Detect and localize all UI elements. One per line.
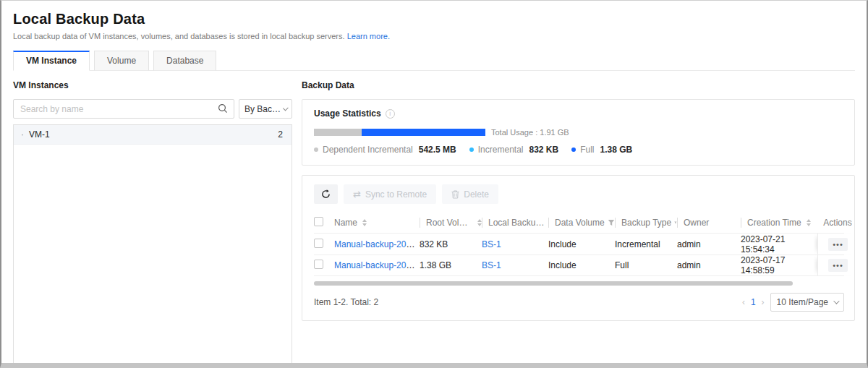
legend-label-dependent-incremental: Dependent Incremental [323, 145, 413, 155]
total-usage-label: Total Usage : 1.91 GB [491, 128, 569, 137]
page-size-value: 10 Item/Page [777, 297, 828, 307]
usage-bar-segment-full [362, 129, 485, 136]
usage-bar [314, 129, 485, 136]
sync-icon: ⇄ [353, 189, 361, 200]
sort-icon[interactable] [362, 219, 367, 226]
row-actions-button[interactable]: ••• [828, 238, 848, 251]
column-header-owner: Owner [677, 218, 741, 228]
sort-icon[interactable] [807, 219, 811, 226]
sync-to-remote-button[interactable]: ⇄ Sync to Remote [344, 184, 436, 204]
tab-bar: VM Instance Volume Database [13, 50, 855, 71]
legend-dot-full [571, 147, 576, 152]
root-volume-cell: 1.38 GB [420, 260, 482, 270]
data-volume-cell: Include [548, 239, 615, 249]
legend-label-full: Full [580, 145, 594, 155]
column-header-root-volume[interactable]: Root Volume B... [420, 218, 482, 228]
refresh-icon [321, 189, 331, 199]
backup-data-title: Backup Data [302, 80, 855, 90]
vm-instance-list: · VM-1 2 [13, 124, 292, 365]
sync-to-remote-label: Sync to Remote [365, 189, 427, 200]
owner-cell: admin [677, 260, 741, 270]
legend-value-dependent-incremental: 542.5 MB [419, 145, 456, 155]
table-header-row: Name Root Volume B... Local Backup Serve… [314, 213, 844, 233]
column-header-creation-time-label: Creation Time [747, 218, 801, 228]
column-header-local-backup-server-label: Local Backup Server [488, 218, 548, 228]
column-header-creation-time[interactable]: Creation Time [741, 218, 817, 228]
total-usage-text: Total Usage : [491, 128, 537, 137]
root-volume-cell: 832 KB [420, 239, 482, 249]
vm-instances-title: VM Instances [13, 80, 292, 90]
vm-item-bullet: · [21, 129, 24, 140]
backup-data-panel: Backup Data Usage Statistics i Tota [302, 80, 855, 365]
total-usage-value: 1.91 GB [540, 128, 569, 137]
legend-value-full: 1.38 GB [600, 145, 633, 155]
vm-list-item-vm-1[interactable]: · VM-1 2 [14, 125, 292, 145]
delete-label: Delete [464, 189, 489, 200]
delete-button[interactable]: Delete [442, 184, 498, 204]
creation-time-cell: 2023-07-17 14:58:59 [741, 255, 817, 275]
search-input[interactable] [13, 99, 234, 119]
legend-dot-incremental [469, 147, 474, 152]
column-header-name-label: Name [334, 218, 357, 228]
next-page-button[interactable]: › [762, 297, 765, 307]
column-header-data-volume-label: Data Volume [555, 218, 605, 228]
learn-more-link[interactable]: Learn more. [347, 32, 390, 40]
filter-icon[interactable] [608, 219, 615, 226]
tab-vm-instance[interactable]: VM Instance [13, 51, 90, 71]
vm-item-count-badge: 2 [278, 129, 283, 140]
creation-time-cell: 2023-07-21 15:54:34 [741, 234, 817, 254]
vm-item-name: VM-1 [29, 129, 50, 140]
column-header-owner-label: Owner [684, 218, 709, 228]
backup-name-link[interactable]: Manual-backup-2023-07-2... [334, 239, 420, 249]
column-header-root-volume-label: Root Volume B... [426, 218, 472, 228]
info-icon[interactable]: i [386, 109, 395, 119]
vm-instances-panel: VM Instances By Backup ... [13, 80, 292, 365]
backup-table-card: ⇄ Sync to Remote Delete Name [302, 175, 855, 321]
page-number[interactable]: 1 [751, 297, 756, 307]
column-header-name[interactable]: Name [334, 218, 420, 228]
tab-volume[interactable]: Volume [94, 51, 149, 71]
pagination-summary: Item 1-2. Total: 2 [314, 297, 378, 307]
usage-statistics-card: Usage Statistics i Total Usage : 1.91 GB [302, 99, 855, 166]
backup-server-link[interactable]: BS-1 [482, 239, 501, 249]
row-actions-button[interactable]: ••• [828, 259, 848, 272]
chevron-down-icon [283, 105, 289, 111]
backup-filter-value: By Backup ... [244, 104, 283, 114]
column-header-data-volume[interactable]: Data Volume [548, 218, 615, 228]
legend-value-incremental: 832 KB [529, 145, 558, 155]
trash-icon [451, 190, 459, 199]
table-row: Manual-backup-2023-07-1... 1.38 GB BS-1 … [314, 254, 844, 276]
search-icon[interactable] [218, 103, 228, 116]
column-header-backup-type[interactable]: Backup Type [615, 218, 677, 228]
horizontal-scrollbar[interactable] [314, 281, 793, 286]
backup-name-link[interactable]: Manual-backup-2023-07-1... [334, 260, 420, 270]
select-all-checkbox[interactable] [314, 217, 323, 226]
page-title: Local Backup Data [13, 11, 855, 27]
usage-statistics-title: Usage Statistics [314, 108, 381, 119]
table-row: Manual-backup-2023-07-2... 832 KB BS-1 I… [314, 233, 844, 254]
page-subtitle-text: Local backup data of VM instances, volum… [13, 32, 345, 40]
backup-filter-dropdown[interactable]: By Backup ... [239, 99, 292, 119]
local-backup-data-page: Local Backup Data Local backup data of V… [0, 0, 868, 368]
table-toolbar: ⇄ Sync to Remote Delete [314, 184, 844, 204]
legend-dot-dependent-incremental [314, 147, 318, 152]
backup-table: Name Root Volume B... Local Backup Serve… [314, 213, 844, 286]
owner-cell: admin [677, 239, 741, 249]
pagination-bar: Item 1-2. Total: 2 ‹ 1 › 10 Item/Page [314, 293, 844, 312]
tab-database[interactable]: Database [153, 51, 216, 71]
backup-type-cell: Incremental [615, 239, 677, 249]
page-subtitle: Local backup data of VM instances, volum… [13, 32, 855, 40]
backup-server-link[interactable]: BS-1 [482, 260, 501, 270]
prev-page-button[interactable]: ‹ [742, 297, 745, 307]
page-size-select[interactable]: 10 Item/Page [770, 293, 844, 312]
legend-label-incremental: Incremental [478, 145, 524, 155]
row-checkbox[interactable] [314, 260, 323, 269]
data-volume-cell: Include [548, 260, 615, 270]
search-box [13, 99, 234, 119]
row-checkbox[interactable] [314, 239, 323, 248]
column-header-actions: Actions [817, 213, 858, 233]
refresh-button[interactable] [314, 184, 338, 204]
column-header-local-backup-server: Local Backup Server [482, 218, 548, 228]
column-header-actions-label: Actions [823, 218, 851, 228]
chevron-down-icon [833, 298, 839, 304]
